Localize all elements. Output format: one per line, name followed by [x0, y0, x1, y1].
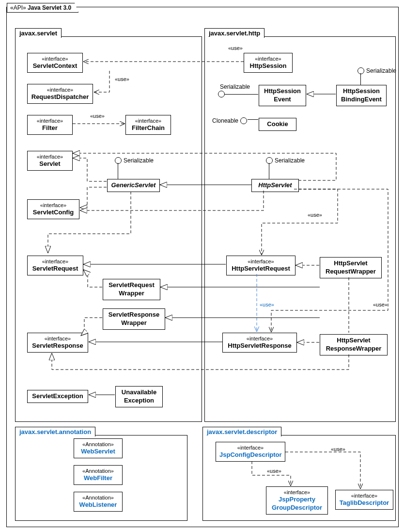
lolli-serializable-hsbe: Serializable	[357, 66, 396, 74]
class-name: ServletContext	[31, 62, 79, 70]
lolli-serializable-hse: Serializable	[218, 82, 250, 97]
cls-HttpServlet: HttpServlet	[251, 179, 299, 192]
class-name: ServletException	[31, 392, 84, 401]
class-name: WebListener	[78, 501, 119, 509]
cls-ServletResponse: «interface» ServletResponse	[27, 333, 88, 353]
class-name: HttpServletRequest	[230, 265, 292, 273]
cls-FilterChain: «interface» FilterChain	[125, 115, 171, 135]
lbl-use1: «use»	[228, 45, 243, 51]
cls-RequestDispatcher: «interface» RequestDispatcher	[27, 84, 93, 104]
cls-ServletRequestWrapper: ServletRequest Wrapper	[103, 279, 160, 300]
lolli-label: Serializable	[275, 157, 305, 164]
cls-HttpServletResponse: «interface» HttpServletResponse	[222, 333, 297, 353]
cls-HttpServletRequestWrapper: HttpServlet RequestWrapper	[320, 257, 382, 278]
lbl-use7: «use»	[267, 468, 281, 474]
cls-WebFilter: «Annotation» WebFilter	[74, 465, 123, 485]
stereo: «interface»	[31, 55, 79, 62]
stereo: «interface»	[31, 335, 84, 342]
cls-ServletResponseWrapper: ServletResponse Wrapper	[103, 308, 165, 330]
stereo: «interface»	[31, 117, 69, 124]
cls-ServletContext: «interface» ServletContext	[27, 53, 83, 73]
class-name: ServletResponse	[31, 342, 84, 350]
lbl-use5: «use»	[373, 302, 388, 307]
class-name: WebServlet	[78, 448, 119, 456]
class-name: JspProperty GroupDescriptor	[270, 496, 324, 512]
class-name: HttpSession BindingEvent	[340, 87, 383, 104]
cls-HttpSessionEvent: HttpSession Event	[259, 85, 306, 106]
stereo: «interface»	[219, 444, 281, 451]
lbl-use-blue: «use»	[260, 302, 274, 307]
circle-icon	[357, 67, 364, 74]
lolli-serializable-generic: Serializable	[115, 156, 154, 164]
class-name: Filter	[31, 124, 69, 132]
stereo: «interface»	[31, 153, 69, 160]
class-name: HttpServlet ResponseWrapper	[324, 337, 384, 353]
circle-icon	[218, 91, 225, 97]
lolli-serializable-httpservlet: Serializable	[266, 156, 305, 164]
cls-Cookie: Cookie	[259, 118, 296, 131]
class-name: Cookie	[263, 120, 293, 129]
class-name: HttpServlet	[255, 181, 295, 190]
class-name: Unavailable Exception	[119, 388, 159, 405]
cls-HttpServletRequest: «interface» HttpServletRequest	[226, 256, 295, 275]
api-name: Java Servlet 3.0	[28, 4, 71, 11]
cls-HttpServletResponseWrapper: HttpServlet ResponseWrapper	[320, 334, 388, 355]
cls-TaglibDescriptor: «interface» TaglibDescriptor	[335, 490, 393, 510]
stereo: «interface»	[31, 258, 79, 265]
class-name: HttpServletResponse	[226, 342, 293, 350]
class-name: ServletResponse Wrapper	[107, 311, 161, 327]
lolli-label: Serializable	[220, 83, 250, 90]
stereo: «Annotation»	[78, 494, 119, 501]
cls-Filter: «interface» Filter	[27, 115, 73, 135]
pkg-servlet-tab: javax.servlet	[15, 28, 62, 38]
class-name: GenericServlet	[111, 181, 156, 190]
stereo: «interface»	[230, 258, 292, 265]
stereo: «Annotation»	[78, 468, 119, 474]
class-name: JspConfigDescriptor	[219, 451, 281, 459]
lolli-cloneable-cookie: Cloneable	[212, 116, 247, 124]
cls-HttpSession: «interface» HttpSession	[244, 53, 293, 73]
stereo: «interface»	[31, 86, 89, 93]
cls-WebServlet: «Annotation» WebServlet	[74, 438, 123, 458]
circle-icon	[266, 157, 273, 164]
stereo: «interface»	[226, 335, 293, 342]
class-name: TaglibDescriptor	[339, 499, 389, 507]
class-name: ServletRequest Wrapper	[107, 281, 156, 298]
stereo: «interface»	[248, 55, 289, 62]
stereo: «interface»	[339, 492, 389, 499]
class-name: RequestDispatcher	[31, 93, 89, 101]
lolli-label: Serializable	[366, 67, 396, 74]
circle-icon	[115, 157, 122, 164]
lbl-use3: «use»	[90, 113, 105, 119]
cls-UnavailableException: Unavailable Exception	[115, 386, 163, 407]
cls-ServletRequest: «interface» ServletRequest	[27, 256, 83, 275]
lbl-use6: «use»	[331, 446, 345, 452]
class-name: HttpSession Event	[263, 87, 302, 104]
diagram-canvas: uml-diagrams.org «API» Java Servlet 3.0 …	[0, 0, 404, 532]
stereo: «interface»	[31, 202, 76, 209]
class-name: WebFilter	[78, 474, 119, 483]
class-name: ServletRequest	[31, 265, 79, 273]
pkg-descriptor-tab: javax.servlet.descriptor	[202, 427, 281, 436]
api-stereo: «API»	[10, 4, 26, 11]
lbl-use4: «use»	[308, 212, 322, 218]
api-frame-label: «API» Java Servlet 3.0	[7, 3, 78, 13]
cls-JspConfigDescriptor: «interface» JspConfigDescriptor	[216, 442, 285, 462]
class-name: HttpServlet RequestWrapper	[324, 259, 378, 276]
class-name: ServletConfig	[31, 209, 76, 217]
lolli-label: Cloneable	[212, 117, 238, 124]
lolli-label: Serializable	[124, 157, 154, 164]
cls-Servlet: «interface» Servlet	[27, 151, 73, 171]
circle-icon	[240, 117, 247, 124]
cls-WebListener: «Annotation» WebListener	[74, 492, 123, 512]
class-name: HttpSession	[248, 62, 289, 70]
stereo: «interface»	[270, 489, 324, 496]
stereo: «interface»	[129, 117, 167, 124]
cls-HttpSessionBindingEvent: HttpSession BindingEvent	[336, 85, 387, 106]
cls-JspPropertyGroupDescriptor: «interface» JspProperty GroupDescriptor	[266, 486, 328, 515]
class-name: FilterChain	[129, 124, 167, 132]
cls-ServletException: ServletException	[27, 390, 88, 403]
stereo: «Annotation»	[78, 441, 119, 448]
pkg-http-tab: javax.servlet.http	[204, 28, 264, 38]
cls-ServletConfig: «interface» ServletConfig	[27, 199, 79, 219]
